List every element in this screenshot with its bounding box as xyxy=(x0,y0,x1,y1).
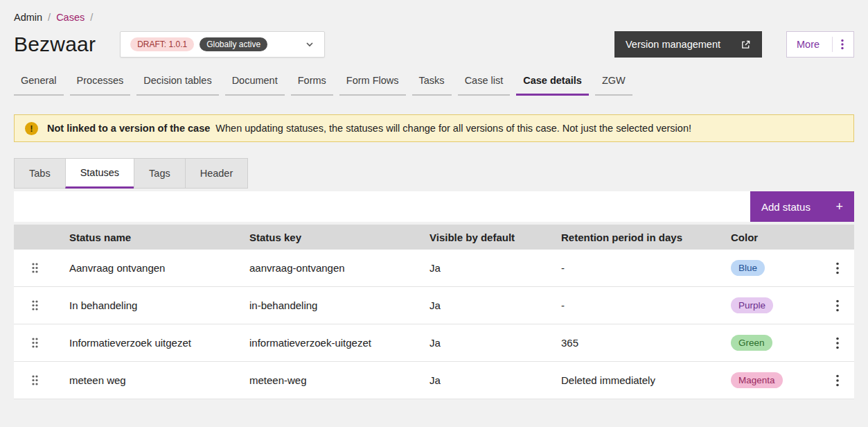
retention-cell: - xyxy=(547,262,717,274)
table-row: Aanvraag ontvangen aanvraag-ontvangen Ja… xyxy=(14,250,854,287)
breadcrumb-separator: / xyxy=(48,12,51,23)
color-badge: Green xyxy=(731,335,772,351)
color-badge: Purple xyxy=(731,297,773,313)
open-in-new-icon xyxy=(741,40,751,50)
subtab-tags[interactable]: Tags xyxy=(134,158,186,189)
kebab-menu-icon xyxy=(832,37,844,52)
retention-cell: Deleted immediately xyxy=(547,374,717,386)
column-header-color: Color xyxy=(717,232,821,243)
tab-case-details[interactable]: Case details xyxy=(516,75,589,96)
tab-forms[interactable]: Forms xyxy=(291,75,333,96)
visible-cell: Ja xyxy=(416,374,547,386)
statuses-toolbar: Add status + xyxy=(14,191,854,222)
tab-case-list[interactable]: Case list xyxy=(458,75,511,96)
draft-version-badge: DRAFT: 1.0.1 xyxy=(130,37,194,51)
visible-cell: Ja xyxy=(416,262,547,274)
table-header-row: Status name Status key Visible by defaul… xyxy=(14,225,854,250)
status-name-cell: Informatieverzoek uitgezet xyxy=(55,337,236,349)
status-name-cell: Aanvraag ontvangen xyxy=(55,262,236,274)
tab-processes[interactable]: Processes xyxy=(70,75,131,96)
warning-title: Not linked to a version of the case xyxy=(47,123,210,134)
add-status-button[interactable]: Add status + xyxy=(750,191,854,222)
sub-tab-bar: Tabs Statuses Tags Header xyxy=(14,158,854,189)
more-label: More xyxy=(797,39,820,50)
status-name-cell: meteen weg xyxy=(55,374,236,386)
subtab-statuses[interactable]: Statuses xyxy=(65,158,134,189)
column-header-status-key: Status key xyxy=(236,232,416,243)
status-key-cell: meteen-weg xyxy=(236,374,416,386)
drag-handle-icon[interactable] xyxy=(14,337,55,349)
status-key-cell: in-behandeling xyxy=(236,299,416,311)
drag-handle-icon[interactable] xyxy=(14,299,55,311)
table-row: Informatieverzoek uitgezet informatiever… xyxy=(14,324,854,362)
subtab-tabs[interactable]: Tabs xyxy=(14,158,66,189)
breadcrumb: Admin / Cases / xyxy=(14,0,854,23)
row-actions-kebab-icon[interactable] xyxy=(821,337,854,349)
status-name-cell: In behandeling xyxy=(55,299,236,311)
version-management-label: Version management xyxy=(626,39,720,50)
status-key-cell: aanvraag-ontvangen xyxy=(236,262,416,274)
visible-cell: Ja xyxy=(416,337,547,349)
color-badge: Blue xyxy=(731,260,765,276)
color-badge: Magenta xyxy=(731,372,783,388)
status-key-cell: informatieverzoek-uitgezet xyxy=(236,337,416,349)
warning-icon: ! xyxy=(25,122,38,135)
drag-handle-icon[interactable] xyxy=(14,374,55,386)
table-row: meteen weg meteen-weg Ja Deleted immedia… xyxy=(14,362,854,399)
version-management-button[interactable]: Version management xyxy=(614,31,762,58)
plus-icon: + xyxy=(835,200,843,214)
column-header-visible: Visible by default xyxy=(416,232,547,243)
tab-zgw[interactable]: ZGW xyxy=(595,75,632,96)
page: Admin / Cases / Bezwaar DRAFT: 1.0.1 Glo… xyxy=(0,0,868,399)
add-status-label: Add status xyxy=(761,201,811,213)
globally-active-badge: Globally active xyxy=(200,37,267,51)
drag-handle-icon[interactable] xyxy=(14,262,55,274)
tab-form-flows[interactable]: Form Flows xyxy=(339,75,406,96)
table-row: In behandeling in-behandeling Ja - Purpl… xyxy=(14,287,854,324)
page-header: Bezwaar DRAFT: 1.0.1 Globally active Ver… xyxy=(14,31,854,58)
subtab-header[interactable]: Header xyxy=(185,158,249,189)
tab-tasks[interactable]: Tasks xyxy=(412,75,452,96)
breadcrumb-admin[interactable]: Admin xyxy=(14,12,42,23)
warning-message: Not linked to a version of the case When… xyxy=(47,123,691,134)
column-header-status-name: Status name xyxy=(55,232,236,243)
visible-cell: Ja xyxy=(416,299,547,311)
breadcrumb-separator: / xyxy=(90,12,93,23)
main-tab-bar: General Processes Decision tables Docume… xyxy=(14,75,854,96)
more-button[interactable]: More xyxy=(786,31,854,58)
tab-decision-tables[interactable]: Decision tables xyxy=(136,75,218,96)
retention-cell: 365 xyxy=(547,337,717,349)
statuses-table: Status name Status key Visible by defaul… xyxy=(14,225,854,399)
breadcrumb-cases[interactable]: Cases xyxy=(56,12,85,23)
row-actions-kebab-icon[interactable] xyxy=(821,262,854,274)
tab-document[interactable]: Document xyxy=(225,75,285,96)
version-select-dropdown[interactable]: DRAFT: 1.0.1 Globally active xyxy=(120,31,325,58)
page-title: Bezwaar xyxy=(14,33,96,56)
tab-general[interactable]: General xyxy=(14,75,64,96)
column-header-retention: Retention period in days xyxy=(547,232,717,243)
warning-text: When updating statuses, the statuses wil… xyxy=(215,123,691,134)
row-actions-kebab-icon[interactable] xyxy=(821,374,854,387)
chevron-down-icon xyxy=(305,40,315,49)
retention-cell: - xyxy=(547,299,717,311)
warning-banner: ! Not linked to a version of the case Wh… xyxy=(14,114,854,142)
row-actions-kebab-icon[interactable] xyxy=(821,299,854,312)
